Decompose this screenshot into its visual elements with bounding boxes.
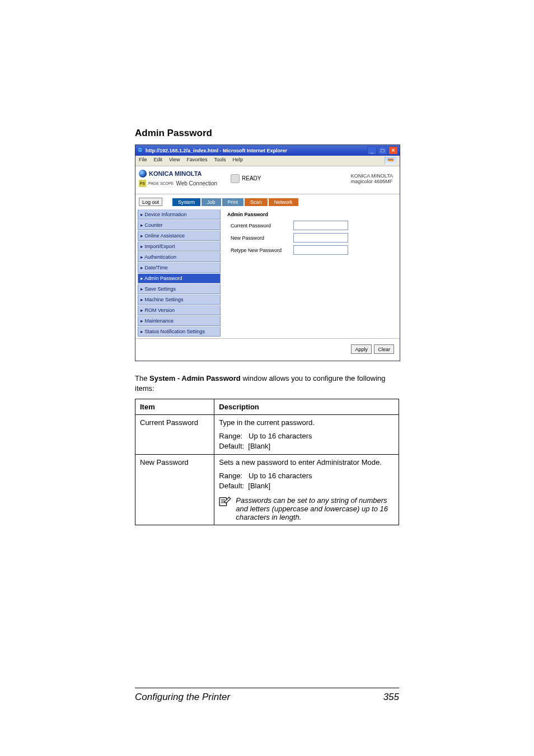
menu-favorites[interactable]: Favorites — [186, 157, 207, 165]
footer-title: Configuring the Printer — [135, 692, 230, 703]
label-retype-password: Retype New Password — [227, 248, 293, 253]
tab-print[interactable]: Print — [222, 198, 244, 206]
caption-prefix: The — [135, 374, 149, 382]
menu-file[interactable]: File — [139, 157, 147, 165]
description-table: Item Description Current Password Type i… — [135, 399, 399, 525]
titlebar: http://192.168.1.2/a_index.html - Micros… — [135, 145, 400, 156]
menu-view[interactable]: View — [169, 157, 180, 165]
input-current-password[interactable] — [293, 221, 348, 230]
ie-icon — [137, 147, 143, 154]
note-icon — [219, 496, 231, 521]
sidebar-item-label: Authentication — [144, 254, 176, 260]
sidebar-item-label: Maintenance — [145, 318, 174, 324]
menubar: File Edit View Favorites Tools Help — [135, 156, 400, 166]
table-row: Current Password Type in the current pas… — [135, 415, 399, 455]
input-new-password[interactable] — [293, 233, 348, 242]
sidebar-item-authentication[interactable]: ▸ Authentication — [138, 252, 221, 262]
sidebar-item-label: Save Settings — [145, 286, 176, 292]
desc-range: Range: Up to 16 characters — [219, 431, 394, 441]
sidebar-item-label: Status Notification Settings — [145, 329, 205, 334]
input-retype-password[interactable] — [293, 245, 348, 255]
th-description: Description — [214, 399, 399, 415]
label-current-password: Current Password — [227, 223, 293, 228]
sidebar-item-label: Machine Settings — [145, 297, 184, 302]
sidebar-item-maintenance[interactable]: ▸ Maintenance — [138, 316, 221, 326]
sidebar-item-label: Admin Password — [144, 276, 182, 281]
tab-job[interactable]: Job — [202, 198, 221, 206]
caption-paragraph: The System - Admin Password window allow… — [135, 374, 399, 393]
page-footer: Configuring the Printer 355 — [135, 688, 399, 703]
sidebar-item-label: ROM Version — [145, 307, 175, 313]
clear-button[interactable]: Clear — [374, 344, 394, 354]
tab-scan[interactable]: Scan — [245, 198, 268, 206]
menu-tools[interactable]: Tools — [214, 157, 226, 165]
form-title: Admin Password — [227, 212, 395, 217]
status-label: READY — [242, 175, 261, 181]
cell-description: Type in the current password. Range: Up … — [214, 415, 399, 455]
desc-note: Passwords can be set to any string of nu… — [236, 496, 394, 521]
desc-default: Default: [Blank] — [219, 481, 394, 491]
sidebar-item-machine-settings[interactable]: ▸ Machine Settings — [138, 295, 221, 305]
brand-name: KONICA MINOLTA — [149, 170, 202, 177]
footer-page-number: 355 — [383, 692, 399, 703]
desc-range: Range: Up to 16 characters — [219, 471, 394, 481]
brand-logo-icon — [139, 170, 147, 178]
th-item: Item — [135, 399, 214, 415]
sidebar-item-save-settings[interactable]: ▸ Save Settings — [138, 284, 221, 294]
tab-system[interactable]: System — [172, 198, 200, 206]
table-row: New Password Sets a new password to ente… — [135, 455, 399, 525]
minimize-icon[interactable]: _ — [367, 146, 377, 155]
cell-item: Current Password — [135, 415, 214, 455]
close-icon[interactable]: × — [388, 146, 398, 155]
label-new-password: New Password — [227, 235, 293, 241]
sidebar-item-device-information[interactable]: ▸ Device Information — [138, 209, 221, 220]
sidebar-item-label: Date/Time — [145, 265, 168, 270]
desc-main: Type in the current password. — [219, 418, 394, 427]
menu-edit[interactable]: Edit — [154, 157, 163, 165]
logout-button[interactable]: Log out — [139, 198, 162, 206]
sidebar-item-online-assistance[interactable]: ▸ Online Assistance — [138, 231, 221, 241]
model-line1: KONICA MINOLTA — [351, 173, 393, 179]
sidebar-item-rom-version[interactable]: ▸ ROM Version — [138, 305, 221, 315]
menu-help[interactable]: Help — [232, 157, 243, 165]
sidebar-item-admin-password[interactable]: ▸ Admin Password — [138, 273, 221, 283]
desc-main: Sets a new password to enter Administrat… — [219, 458, 394, 466]
section-heading: Admin Password — [135, 128, 399, 139]
window-title: http://192.168.1.2/a_index.html - Micros… — [146, 148, 287, 153]
sidebar: ▸ Device Information ▸ Counter ▸ Online … — [135, 209, 223, 338]
sidebar-item-label: Device Information — [145, 212, 187, 217]
apply-button[interactable]: Apply — [351, 344, 372, 354]
cell-item: New Password — [135, 455, 214, 525]
sidebar-item-counter[interactable]: ▸ Counter — [138, 220, 221, 230]
printer-icon — [231, 174, 240, 183]
model-line2: magicolor 4695MF — [351, 179, 393, 184]
sidebar-item-import-export[interactable]: ▸ Import/Export — [138, 241, 221, 251]
sidebar-item-date-time[interactable]: ▸ Date/Time — [138, 263, 221, 273]
sidebar-item-label: Online Assistance — [145, 233, 185, 239]
sidebar-item-label: Import/Export — [145, 244, 175, 249]
cell-description: Sets a new password to enter Administrat… — [214, 455, 399, 525]
tab-network[interactable]: Network — [269, 198, 298, 206]
caption-bold: System - Admin Password — [149, 374, 241, 382]
sub-brand: Web Connection — [176, 180, 217, 186]
sidebar-item-status-notification[interactable]: ▸ Status Notification Settings — [138, 326, 221, 337]
pagescope-icon: PS — [139, 180, 146, 187]
browser-screenshot: http://192.168.1.2/a_index.html - Micros… — [135, 144, 400, 361]
form-panel: Admin Password Current Password New Pass… — [223, 209, 400, 338]
maximize-icon[interactable]: □ — [378, 146, 387, 155]
sidebar-item-label: Counter — [145, 222, 163, 228]
desc-default: Default: [Blank] — [219, 441, 394, 451]
ie-flag-icon — [385, 157, 396, 165]
pagescope-prefix: PAGE SCOPE — [148, 181, 174, 185]
